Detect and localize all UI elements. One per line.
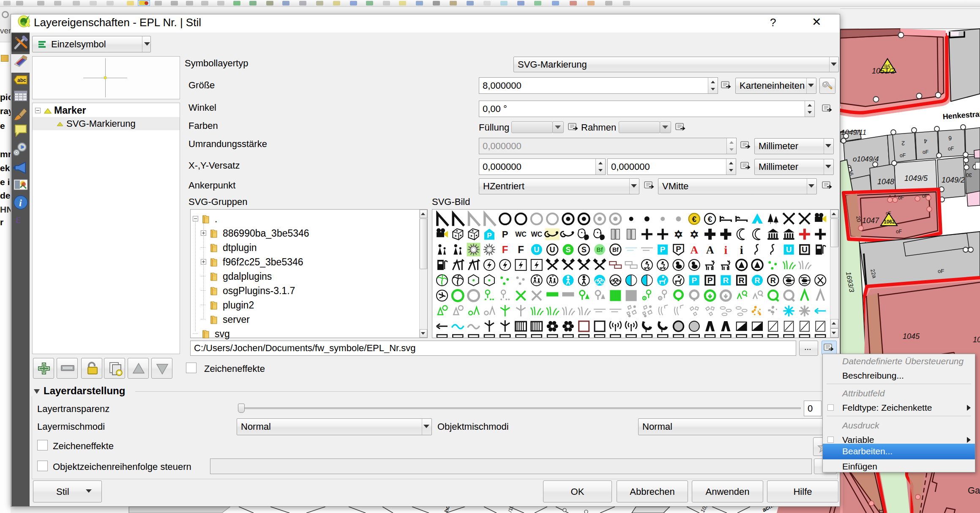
svg-text:U: U [802, 245, 808, 254]
svg-text:WC: WC [515, 231, 527, 238]
svg-text:oF: oF [948, 146, 954, 152]
svg-text:Ga: Ga [968, 485, 980, 496]
svg-text:1045: 1045 [903, 332, 920, 341]
svg-text:i: i [724, 243, 728, 256]
svg-text:P: P [676, 245, 681, 254]
svg-text:i: i [19, 197, 22, 208]
svg-text:R: R [723, 276, 729, 285]
svg-text:P: P [691, 276, 697, 285]
svg-text:1048: 1048 [877, 177, 894, 186]
svg-text:U: U [786, 245, 792, 254]
svg-text:Bf: Bf [597, 246, 603, 253]
svg-text:oF: oF [923, 149, 928, 155]
svg-text:P: P [660, 245, 666, 254]
svg-text:30: 30 [966, 172, 972, 178]
svg-text:A: A [706, 244, 714, 256]
svg-text:P: P [502, 229, 508, 240]
svg-text:1047: 1047 [862, 216, 879, 225]
svg-text:Bf: Bf [612, 246, 619, 253]
svg-text:oF: oF [886, 210, 891, 216]
svg-text:WC: WC [531, 231, 542, 238]
svg-text:oF: oF [898, 195, 904, 201]
svg-text:€: € [692, 215, 697, 224]
svg-text:abc: abc [17, 77, 26, 83]
svg-text:2: 2 [901, 140, 905, 147]
svg-text:U: U [550, 246, 555, 254]
svg-text:S: S [565, 246, 571, 254]
svg-text:€: € [708, 215, 712, 224]
svg-text:1049/2: 1049/2 [942, 176, 965, 184]
svg-text:F: F [518, 244, 524, 255]
svg-text:A: A [690, 244, 698, 256]
svg-text:✡: ✡ [690, 228, 699, 241]
svg-text:oF: oF [900, 153, 906, 158]
svg-text:1051/2: 1051/2 [872, 67, 895, 75]
svg-text:1049/5: 1049/5 [904, 174, 928, 183]
svg-text:R: R [739, 276, 745, 285]
svg-text:R: R [755, 276, 760, 285]
svg-text:S: S [581, 246, 587, 254]
svg-text:1062: 1062 [884, 219, 895, 225]
svg-text:ε: ε [16, 212, 21, 226]
svg-text:U: U [534, 246, 539, 254]
svg-text:R: R [770, 276, 776, 285]
svg-text:oF: oF [938, 268, 944, 274]
svg-text:6: 6 [948, 135, 952, 142]
svg-text:4: 4 [924, 138, 927, 145]
svg-text:10: 10 [973, 336, 980, 344]
svg-text:oF: oF [896, 229, 902, 235]
svg-text:1029: 1029 [878, 508, 886, 513]
svg-text:✡: ✡ [674, 228, 683, 241]
svg-text:F: F [502, 244, 508, 255]
svg-text:20: 20 [855, 216, 862, 223]
svg-text:i: i [740, 243, 743, 256]
svg-text:P: P [707, 276, 713, 285]
svg-text:P: P [487, 232, 491, 240]
